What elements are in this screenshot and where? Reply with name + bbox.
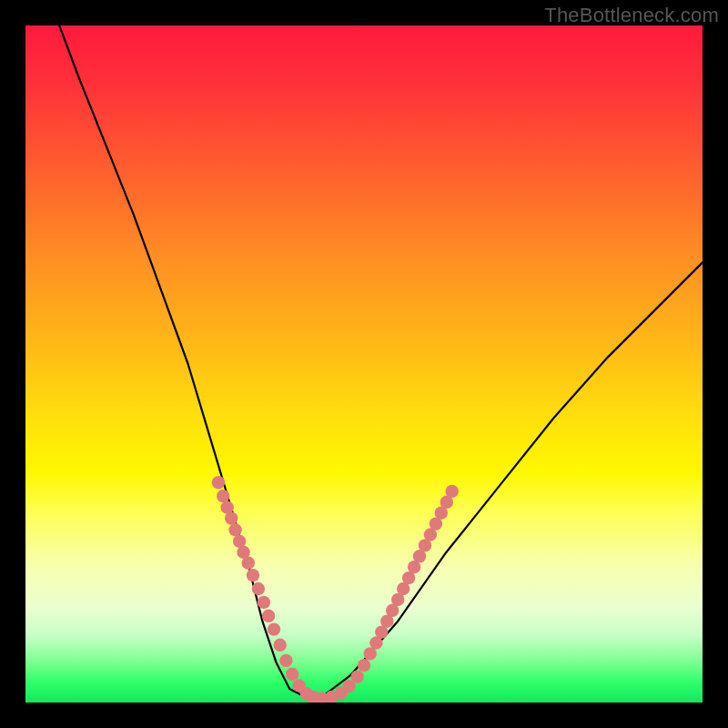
data-dot — [228, 523, 241, 536]
data-dot — [350, 671, 363, 683]
data-dot — [217, 490, 229, 502]
data-dot — [358, 659, 370, 672]
curve-layer — [59, 25, 703, 696]
data-dot — [252, 582, 265, 595]
data-dot — [242, 557, 255, 570]
data-dot — [247, 569, 259, 581]
data-dot — [446, 485, 459, 498]
chart-frame: TheBottleneck.com — [0, 0, 728, 728]
data-dot — [279, 654, 292, 667]
data-dot — [274, 639, 287, 652]
data-dot — [262, 610, 275, 622]
data-dot — [212, 476, 225, 489]
dots-layer — [212, 476, 459, 703]
bottleneck-curve — [59, 25, 703, 696]
data-dot — [268, 622, 280, 635]
plot-area — [25, 25, 703, 703]
data-dot — [258, 596, 270, 609]
chart-svg — [25, 25, 703, 703]
watermark-text: TheBottleneck.com — [544, 4, 719, 27]
data-dot — [225, 511, 238, 524]
data-dot — [286, 668, 298, 681]
